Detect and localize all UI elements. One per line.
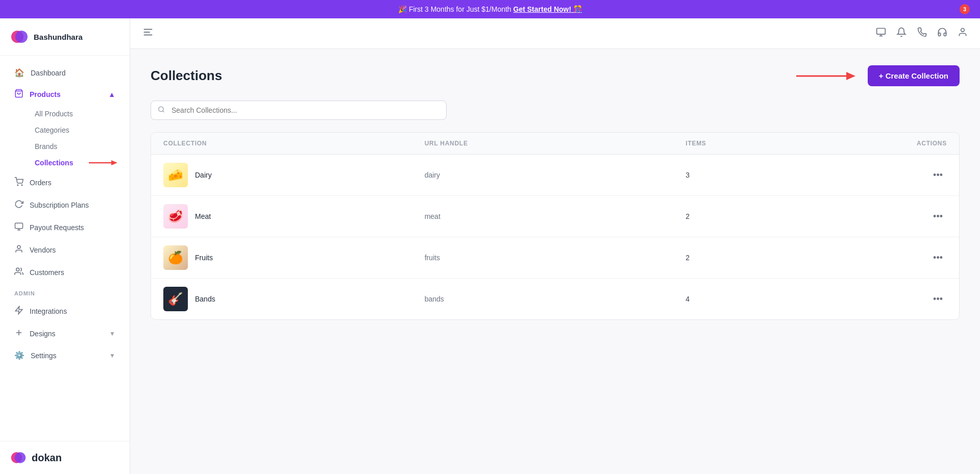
collection-name-bands: Bands (195, 295, 215, 303)
collection-thumbnail-fruits: 🍊 (163, 245, 188, 270)
svg-point-16 (15, 452, 26, 463)
collections-arrow (89, 159, 119, 167)
sidebar-item-dashboard[interactable]: 🏠 Dashboard (4, 63, 126, 83)
svg-point-5 (17, 185, 18, 186)
collection-cell-bands: 🎸 Bands (163, 287, 425, 311)
items-count-meat: 2 (685, 212, 816, 220)
search-bar (151, 101, 960, 120)
payout-icon (14, 222, 23, 233)
banner-cta[interactable]: Get Started Now! 🎊 (513, 5, 582, 13)
collection-name-dairy: Dairy (195, 171, 212, 179)
svg-point-26 (159, 107, 163, 111)
settings-icon: ⚙️ (14, 351, 24, 360)
collection-thumbnail-bands: 🎸 (163, 287, 188, 311)
sidebar: Bashundhara 🏠 Dashboard (0, 18, 130, 474)
chevron-down-icon: ▼ (109, 352, 115, 359)
more-actions-bands[interactable]: ••• (929, 292, 947, 307)
promo-banner: 🎉 First 3 Months for Just $1/Month Get S… (0, 0, 980, 18)
sidebar-item-customers[interactable]: Customers (4, 262, 126, 283)
products-label: Products (30, 90, 61, 98)
sidebar-item-settings[interactable]: ⚙️ Settings ▼ (4, 345, 126, 365)
sidebar-item-categories[interactable]: Categories (10, 122, 130, 138)
sidebar-item-collections[interactable]: Collections (10, 155, 130, 171)
sidebar-item-integrations[interactable]: Integrations (4, 301, 126, 322)
user-icon[interactable] (958, 27, 968, 40)
sidebar-bottom: dokan (0, 441, 130, 474)
search-input[interactable] (151, 101, 447, 120)
svg-line-27 (163, 111, 164, 112)
sidebar-item-label: Dashboard (31, 69, 66, 77)
headset-icon[interactable] (937, 27, 947, 40)
more-actions-meat[interactable]: ••• (929, 209, 947, 224)
sidebar-item-designs[interactable]: Designs ▼ (4, 323, 126, 344)
more-actions-dairy[interactable]: ••• (929, 168, 947, 183)
svg-marker-4 (111, 160, 117, 165)
shopping-icon (14, 89, 23, 99)
banner-text: 🎉 First 3 Months for Just $1/Month (398, 5, 511, 13)
customers-label: Customers (30, 268, 64, 277)
customers-icon (14, 267, 23, 278)
settings-label: Settings (31, 352, 57, 360)
orders-label: Orders (30, 179, 52, 187)
admin-section-label: ADMIN (0, 284, 130, 300)
svg-rect-7 (15, 223, 23, 229)
sidebar-item-orders[interactable]: Orders (4, 172, 126, 193)
url-handle-bands: bands (425, 295, 686, 303)
collections-table: COLLECTION URL HANDLE ITEMS ACTIONS 🧀 Da… (151, 132, 960, 320)
table-row: 🎸 Bands bands 4 ••• (151, 279, 959, 319)
svg-point-23 (961, 29, 965, 32)
sidebar-item-brands[interactable]: Brands (10, 138, 130, 155)
more-actions-fruits[interactable]: ••• (929, 251, 947, 265)
phone-icon[interactable] (917, 27, 927, 40)
collection-cell-fruits: 🍊 Fruits (163, 245, 425, 270)
home-icon: 🏠 (14, 68, 24, 78)
svg-point-11 (16, 268, 19, 271)
sidebar-item-payout[interactable]: Payout Requests (4, 217, 126, 238)
sidebar-logo: Bashundhara (0, 18, 130, 56)
url-handle-dairy: dairy (425, 171, 686, 179)
menu-button[interactable] (142, 27, 154, 40)
brand-icon (10, 28, 29, 46)
actions-cell-dairy: ••• (816, 168, 947, 183)
col-header-actions: ACTIONS (816, 140, 947, 147)
designs-icon (14, 328, 23, 339)
create-collection-button[interactable]: + Create Collection (868, 65, 960, 86)
collection-thumbnail-meat: 🥩 (163, 204, 188, 229)
bell-icon[interactable] (896, 27, 906, 40)
collection-name-meat: Meat (195, 212, 211, 220)
page-content: Collections + Create Collection (130, 49, 980, 474)
sidebar-item-all-products[interactable]: All Products (10, 106, 130, 122)
products-submenu: All Products Categories Brands Collectio… (0, 106, 130, 171)
subscription-icon (14, 199, 23, 211)
store-name: Bashundhara (34, 33, 83, 41)
table-row: 🥩 Meat meat 2 ••• (151, 196, 959, 237)
svg-marker-25 (846, 72, 855, 80)
url-handle-meat: meat (425, 212, 686, 220)
collection-cell-meat: 🥩 Meat (163, 204, 425, 229)
payout-label: Payout Requests (30, 223, 84, 232)
table-row: 🧀 Dairy dairy 3 ••• (151, 155, 959, 196)
sidebar-item-vendors[interactable]: Vendors (4, 239, 126, 261)
main-content: Collections + Create Collection (130, 18, 980, 474)
create-arrow-indicator (796, 68, 857, 84)
svg-point-6 (21, 185, 22, 186)
collection-name-fruits: Fruits (195, 254, 213, 262)
dokan-logo-text: dokan (32, 452, 62, 464)
cart-icon (14, 177, 23, 188)
monitor-icon[interactable] (876, 27, 886, 40)
search-icon (158, 106, 165, 115)
page-header: Collections + Create Collection (151, 65, 960, 86)
sidebar-navigation: 🏠 Dashboard Products ▲ (0, 56, 130, 441)
notification-count: 3 (960, 4, 970, 14)
header-right: + Create Collection (796, 65, 960, 86)
svg-marker-12 (15, 307, 22, 314)
sidebar-item-products[interactable]: Products ▲ (4, 84, 126, 105)
page-title: Collections (151, 68, 222, 84)
integrations-icon (14, 306, 23, 317)
sidebar-item-subscription[interactable]: Subscription Plans (4, 194, 126, 216)
vendors-label: Vendors (30, 246, 56, 254)
svg-point-1 (15, 31, 28, 43)
header-bar (130, 18, 980, 49)
actions-cell-meat: ••• (816, 209, 947, 224)
table-row: 🍊 Fruits fruits 2 ••• (151, 237, 959, 279)
